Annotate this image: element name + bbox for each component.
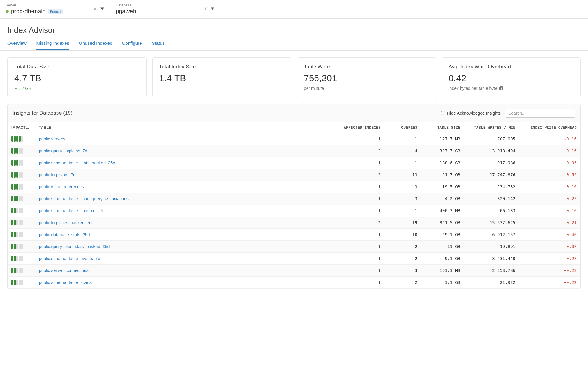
- table-link[interactable]: public.schema_table_scan_query_associati…: [39, 196, 129, 201]
- clear-database-icon[interactable]: ✕: [203, 6, 207, 12]
- col-writes[interactable]: TABLE WRITES / MIN: [464, 122, 519, 133]
- tab-status[interactable]: Status: [152, 40, 165, 50]
- tab-unused-indexes[interactable]: Unused Indexes: [79, 40, 112, 50]
- table-row[interactable]: public.query_plan_stats_packed_35d1211 G…: [8, 241, 580, 253]
- impact-bar-icon: [19, 208, 21, 213]
- impact-bar-icon: [14, 280, 16, 285]
- clear-server-icon[interactable]: ✕: [93, 6, 97, 12]
- server-dropdown-icon[interactable]: [100, 6, 104, 12]
- col-queries[interactable]: QUERIES: [384, 122, 421, 133]
- impact-bar-icon: [19, 160, 21, 166]
- impact-bar-icon: [14, 160, 16, 166]
- table-row[interactable]: public.issue_references1319.5 GB134.732+…: [8, 181, 580, 193]
- database-label: Database: [116, 3, 136, 7]
- impact-indicator: [11, 148, 32, 154]
- impact-bar-icon: [16, 280, 18, 285]
- affected-indexes: 1: [335, 133, 384, 145]
- impact-indicator: [11, 196, 32, 201]
- table-link[interactable]: public.server_connections: [39, 268, 89, 273]
- table-link[interactable]: public.query_explains_7d: [39, 148, 87, 153]
- table-size: 4.2 GB: [421, 193, 464, 205]
- impact-bar-icon: [11, 172, 13, 178]
- table-link[interactable]: public.schema_table_scans: [39, 280, 92, 285]
- queries-count: 10: [384, 229, 421, 241]
- col-size[interactable]: TABLE SIZE: [421, 122, 464, 133]
- table-writes: 134.732: [464, 181, 519, 193]
- caret-down-icon: ▼: [14, 87, 17, 90]
- database-dropdown-icon[interactable]: [210, 6, 215, 12]
- impact-bar-icon: [21, 148, 23, 154]
- server-value: prod-db-main: [11, 8, 46, 15]
- stat-label: Total Index Size: [159, 64, 285, 70]
- affected-indexes: 1: [335, 253, 384, 265]
- impact-bar-icon: [16, 268, 18, 273]
- queries-count: 19: [384, 217, 421, 229]
- table-row[interactable]: public.query_explains_7d24327.7 GB3,018.…: [8, 145, 580, 157]
- table-size: 400.3 MB: [421, 205, 464, 217]
- table-writes: 6,912.157: [464, 229, 519, 241]
- col-table[interactable]: TABLE: [35, 122, 335, 133]
- impact-bar-icon: [19, 268, 21, 273]
- tab-overview[interactable]: Overview: [7, 40, 27, 50]
- table-link[interactable]: public.schema_table_shasums_7d: [39, 208, 105, 213]
- hide-acknowledged-checkbox[interactable]: Hide Acknowledged Insights: [441, 111, 501, 116]
- impact-bar-icon: [16, 220, 18, 225]
- col-overhead[interactable]: INDEX WRITE OVERHEAD: [519, 122, 580, 133]
- table-row[interactable]: public.schema_table_scan_query_associati…: [8, 193, 580, 205]
- table-row[interactable]: public.schema_table_stats_packed_35d1118…: [8, 157, 580, 169]
- impact-bar-icon: [14, 172, 16, 178]
- impact-bar-icon: [21, 160, 23, 166]
- table-row[interactable]: public.servers11127.7 MB707.005+0.16: [8, 133, 580, 145]
- table-row[interactable]: public.schema_table_scans123.1 GB21.922+…: [8, 277, 580, 289]
- database-selector[interactable]: Database pgaweb ✕: [110, 0, 221, 18]
- server-selector[interactable]: Server prod-db-main Primary ✕: [0, 0, 110, 18]
- table-row[interactable]: public.schema_table_shasums_7d11400.3 MB…: [8, 205, 580, 217]
- impact-bar-icon: [21, 208, 23, 213]
- table-row[interactable]: public.log_stats_7d21321.7 GB17,747.876+…: [8, 169, 580, 181]
- stat-value: 0.42: [449, 73, 574, 83]
- impact-bar-icon: [21, 244, 23, 249]
- table-row[interactable]: public.server_connections13153.3 MB2,253…: [8, 265, 580, 277]
- table-row[interactable]: public.schema_table_events_7d129.1 GB8,4…: [8, 253, 580, 265]
- stat-value: 1.4 TB: [159, 73, 285, 83]
- col-affected[interactable]: AFFECTED INDEXES: [335, 122, 384, 133]
- impact-bar-icon: [14, 148, 16, 154]
- table-link[interactable]: public.database_stats_35d: [39, 232, 90, 237]
- info-icon[interactable]: i: [499, 86, 503, 90]
- index-write-overhead: +0.05: [564, 160, 577, 165]
- index-write-overhead: +0.28: [564, 268, 577, 273]
- table-link[interactable]: public.schema_table_events_7d: [39, 256, 100, 261]
- impact-bar-icon: [11, 268, 13, 273]
- server-label: Server: [6, 3, 63, 7]
- table-link[interactable]: public.issue_references: [39, 184, 84, 189]
- impact-bar-icon: [21, 256, 23, 261]
- server-tag: Primary: [48, 9, 63, 14]
- impact-indicator: [11, 232, 32, 237]
- table-link[interactable]: public.schema_table_stats_packed_35d: [39, 160, 115, 165]
- table-row[interactable]: public.database_stats_35d11029.1 GB6,912…: [8, 229, 580, 241]
- table-link[interactable]: public.log_lines_packed_7d: [39, 220, 92, 225]
- col-impact[interactable]: IMPACT…: [8, 122, 35, 133]
- tab-missing-indexes[interactable]: Missing Indexes: [36, 40, 70, 50]
- table-link[interactable]: public.query_plan_stats_packed_35d: [39, 244, 110, 249]
- table-row[interactable]: public.log_lines_packed_7d219821.5 GB15,…: [8, 217, 580, 229]
- stat-label: Total Data Size: [14, 64, 140, 70]
- table-link[interactable]: public.servers: [39, 136, 65, 141]
- impact-bar-icon: [14, 268, 16, 273]
- page-header: Index Advisor: [0, 19, 588, 35]
- tab-configure[interactable]: Configure: [122, 40, 142, 50]
- impact-indicator: [11, 184, 32, 190]
- table-size: 327.7 GB: [421, 145, 464, 157]
- impact-indicator: [11, 160, 32, 166]
- impact-bar-icon: [11, 244, 13, 249]
- database-value: pgaweb: [116, 8, 136, 15]
- impact-bar-icon: [21, 280, 23, 285]
- impact-bar-icon: [11, 136, 13, 142]
- impact-bar-icon: [16, 244, 18, 249]
- table-link[interactable]: public.log_stats_7d: [39, 172, 76, 177]
- impact-bar-icon: [11, 208, 13, 213]
- context-bar: Server prod-db-main Primary ✕ Database p…: [0, 0, 588, 19]
- search-input[interactable]: [505, 109, 575, 118]
- table-size: 11 GB: [421, 241, 464, 253]
- impact-bar-icon: [21, 136, 23, 142]
